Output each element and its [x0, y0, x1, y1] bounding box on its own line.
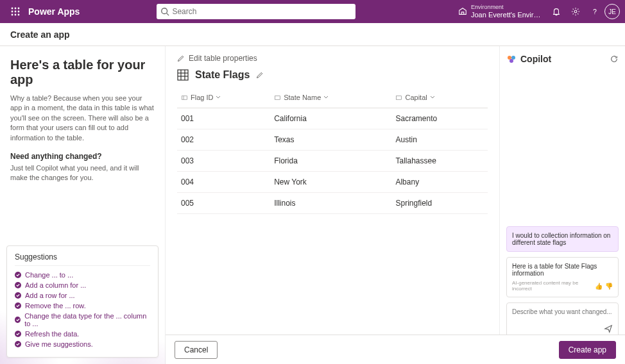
page-title: Create an app [10, 29, 70, 40]
copilot-input[interactable] [512, 308, 613, 315]
page-title-bar: Create an app [0, 23, 625, 46]
left-subdescription: Just tell Copilot what you need, and it … [10, 163, 155, 183]
table-icon [177, 69, 189, 81]
search-icon [160, 7, 169, 16]
check-icon [15, 317, 21, 323]
svg-point-6 [12, 14, 13, 16]
svg-point-23 [511, 56, 515, 60]
svg-point-22 [508, 56, 511, 60]
environment-icon [458, 7, 467, 16]
table-name: State Flags [195, 69, 250, 81]
svg-rect-13 [178, 70, 188, 80]
svg-point-2 [18, 8, 20, 10]
copilot-input-box[interactable] [506, 302, 619, 339]
svg-point-9 [162, 8, 167, 14]
copilot-user-message: I would to collection information on dif… [506, 226, 619, 252]
suggestion-item[interactable]: Refresh the data. [15, 330, 150, 338]
column-header-flag-id[interactable]: Flag ID [181, 94, 221, 101]
svg-rect-21 [397, 95, 402, 99]
environment-label: Environment [471, 4, 542, 11]
check-icon [15, 302, 21, 309]
create-app-button[interactable]: Create app [559, 341, 616, 359]
footer-bar: Cancel Create app [166, 335, 625, 364]
suggestions-title: Suggestions [15, 252, 150, 266]
svg-point-11 [574, 10, 577, 13]
column-header-capital[interactable]: Capital [395, 94, 434, 101]
thumbs-down-icon[interactable]: 👎 [605, 283, 613, 290]
left-description: Why a table? Because when you see your a… [10, 94, 155, 143]
svg-point-4 [15, 11, 17, 13]
left-heading: Here's a table for your app [10, 58, 155, 87]
svg-point-1 [15, 8, 17, 10]
svg-point-8 [18, 14, 20, 16]
chevron-down-icon [216, 95, 221, 100]
cancel-button[interactable]: Cancel [175, 341, 218, 359]
edit-table-properties-link[interactable]: Edit table properties [177, 54, 488, 63]
refresh-icon[interactable] [610, 54, 619, 63]
send-icon[interactable] [604, 324, 613, 333]
suggestion-item[interactable]: Remove the ... row. [15, 302, 150, 310]
copilot-logo-icon [506, 54, 517, 64]
check-icon [15, 272, 21, 278]
copilot-pane: Copilot I would to collection informatio… [499, 46, 625, 364]
edit-table-name-icon[interactable] [256, 71, 264, 79]
suggestions-card: Suggestions Change ... to ... Add a colu… [6, 245, 158, 358]
search-box[interactable] [157, 4, 355, 19]
copilot-bot-caption: AI-generated content may be incorrect [512, 280, 595, 292]
environment-name: Joan Everett's Environm... [471, 11, 542, 19]
column-header-state-name[interactable]: State Name [274, 94, 329, 101]
svg-text:?: ? [593, 8, 597, 15]
svg-point-5 [18, 11, 20, 13]
suggestions-list: Change ... to ... Add a column for ... A… [15, 271, 150, 348]
settings-icon[interactable] [566, 2, 585, 21]
svg-point-0 [12, 8, 13, 10]
svg-point-24 [509, 59, 513, 63]
thumbs-up-icon[interactable]: 👍 [595, 283, 603, 290]
copilot-bot-message: Here is a table for State Flags informat… [506, 257, 619, 297]
left-pane: Here's a table for your app Why a table?… [0, 46, 166, 364]
chevron-down-icon [430, 95, 435, 100]
data-table: Flag ID State Name Capital 001California… [177, 88, 488, 214]
app-launcher-icon[interactable] [5, 1, 26, 22]
environment-picker[interactable]: Environment Joan Everett's Environm... [458, 4, 542, 19]
key-icon [181, 94, 188, 101]
suggestion-item[interactable]: Change ... to ... [15, 271, 150, 279]
center-pane: Edit table properties State Flags Flag I… [166, 46, 499, 364]
check-icon [15, 282, 21, 288]
table-row[interactable]: 005IllinoisSpringfield [177, 192, 488, 213]
check-icon [15, 341, 21, 347]
help-icon[interactable]: ? [585, 2, 604, 21]
table-row[interactable]: 003FloridaTallahassee [177, 150, 488, 171]
text-icon [395, 94, 402, 101]
user-avatar[interactable]: JE [604, 4, 620, 19]
check-icon [15, 292, 21, 299]
table-row[interactable]: 004New YorkAlbany [177, 171, 488, 192]
svg-rect-20 [275, 95, 280, 99]
search-input[interactable] [172, 7, 352, 16]
suggestion-item[interactable]: Change the data type for the ... column … [15, 312, 150, 327]
table-row[interactable]: 001CaliforniaSacramento [177, 108, 488, 129]
text-icon [274, 94, 281, 101]
svg-rect-18 [182, 95, 187, 99]
svg-point-7 [15, 14, 17, 16]
global-header: Power Apps Environment Joan Everett's En… [0, 0, 625, 23]
suggestion-item[interactable]: Add a column for ... [15, 281, 150, 289]
pencil-icon [177, 54, 185, 62]
chevron-down-icon [323, 95, 329, 100]
suggestion-item[interactable]: Add a row for ... [15, 292, 150, 299]
suggestion-item[interactable]: Give me suggestions. [15, 340, 150, 348]
copilot-title: Copilot [520, 54, 551, 64]
svg-point-3 [12, 11, 13, 13]
check-icon [15, 331, 21, 337]
table-row[interactable]: 002TexasAustin [177, 129, 488, 150]
notifications-icon[interactable] [547, 2, 566, 21]
app-name: Power Apps [28, 6, 80, 17]
svg-line-10 [167, 13, 169, 16]
left-subheading: Need anything changed? [10, 152, 155, 161]
